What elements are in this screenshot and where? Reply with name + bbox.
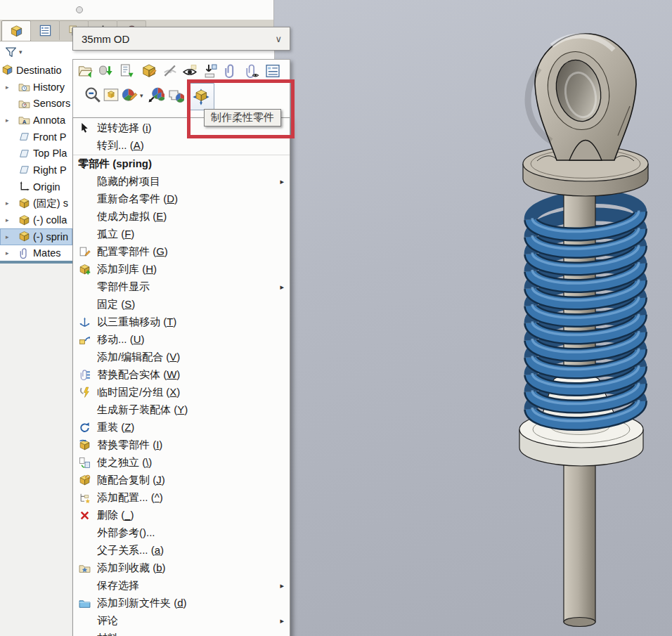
tab-tree-tab[interactable] [1,20,31,41]
appearance-copy-icon[interactable] [167,86,184,103]
menu-item-label: 使之独立 (\) [97,456,152,469]
splitter-handle-dot[interactable] [76,6,83,13]
expand-arrow-icon[interactable]: ▸ [4,233,18,240]
menu-item[interactable]: 添加配置... (^) [73,489,290,507]
expand-arrow-icon[interactable]: ▸ [4,84,18,91]
expand-arrow-icon[interactable]: ▸ [4,216,18,223]
tree-item[interactable]: Top Pla [0,145,72,162]
comp-arrow-icon[interactable] [98,63,113,79]
menu-item[interactable]: 以三重轴移动 (T) [73,313,290,331]
menu-item-label: 添加到新文件夹 (d) [97,597,187,610]
spring-assembly-model[interactable] [485,18,672,636]
tab-props-tab[interactable] [30,20,60,40]
caret-down-icon[interactable]: ▾ [140,92,143,99]
menu-item[interactable]: 添加到收藏 (b) [73,559,290,577]
triad-move-icon [79,316,91,328]
expand-arrow-icon[interactable]: ▸ [4,200,18,207]
tree-item-label: (固定) s [33,197,68,210]
menu-item[interactable]: 临时固定/分组 (X) [73,384,290,401]
submenu-arrow-icon: ▸ [280,283,284,292]
filter-icon[interactable] [4,46,18,58]
menu-item-label: 零部件 (spring) [78,157,152,171]
tree-item[interactable]: Origin [0,179,72,195]
insert-below-icon[interactable] [202,63,218,79]
menu-item[interactable]: 重新命名零件 (D) [73,190,290,208]
props-tab-icon [39,24,52,37]
open-part-icon[interactable] [78,63,93,79]
hide-icon[interactable] [162,63,178,79]
replace-mate-icon [79,369,91,381]
mate-clip-icon[interactable] [223,63,238,79]
view-mates-icon[interactable] [244,63,259,79]
menu-item[interactable]: 配置零部件 (G) [73,243,290,261]
menu-item[interactable]: 移动... (U) [73,331,290,349]
tree-item[interactable]: ▸Mates [0,245,72,262]
tree-item-label: Front P [33,131,67,143]
menu-item[interactable]: 重装 (Z) [73,419,290,436]
menu-item[interactable]: 固定 (S) [73,296,290,313]
tree-item[interactable]: ▸(-) sprin [0,228,72,245]
configuration-dropdown[interactable]: 35mm OD ∨ [72,27,290,51]
appearances-icon[interactable] [148,86,164,103]
menu-item[interactable]: 替换零部件 (I) [73,436,290,454]
menu-item[interactable]: 材料▸ [73,630,290,636]
expand-arrow-icon[interactable]: ▸ [4,249,18,257]
menu-item[interactable]: 删除 (_) [73,507,290,524]
properties-icon[interactable] [265,63,280,79]
tree-filter-row: ▾ [0,42,75,62]
show-icon[interactable] [182,63,198,79]
tree-item[interactable]: Front P [0,129,72,145]
edit-part-icon[interactable] [141,63,157,79]
tree-item[interactable]: Right P [0,162,72,179]
menu-item[interactable]: 孤立 (F) [73,226,290,243]
menu-item[interactable]: 随配合复制 (J) [73,472,290,489]
tree-item[interactable]: ▸(固定) s [0,195,72,212]
menu-icon-spacer [79,281,91,293]
appearance-part-icon[interactable] [103,86,119,103]
configure-icon [79,246,91,258]
menu-item[interactable]: 使成为虚拟 (E) [73,208,290,226]
menu-item[interactable]: 添加到新文件夹 (d) [73,595,290,612]
component-context-menu: 逆转选择 (i)转到... (A)零部件 (spring)隐藏的树项目▸重新命名… [72,117,290,636]
tree-item[interactable]: ▸AAnnota [0,112,72,129]
temp-fix-icon [79,387,91,398]
folder-annotations-icon: A [18,114,30,126]
menu-item[interactable]: 父子关系... (a) [73,542,290,559]
menu-item[interactable]: 生成新子装配体 (Y) [73,401,290,419]
menu-item-label: 逆转选择 (i) [97,122,152,135]
filter-caret-icon[interactable]: ▾ [19,48,22,56]
doc-export-icon[interactable] [119,63,134,79]
menu-item[interactable]: 替换配合实体 (W) [73,366,290,384]
menu-item-label: 转到... (A) [97,139,144,152]
tree-item-label: Right P [33,164,67,176]
chevron-down-icon[interactable]: ∨ [275,34,282,44]
panel-top-strip [0,0,274,20]
menu-item[interactable]: 保存选择▸ [73,577,290,595]
independent-icon [79,457,91,469]
menu-icon-spacer [79,351,91,363]
menu-item-label: 配置零部件 (G) [97,245,168,259]
menu-item[interactable]: 隐藏的树项目▸ [73,173,290,190]
zoom-sel-icon[interactable] [84,86,101,103]
menu-item[interactable]: 添加到库 (H) [73,261,290,278]
tree-item[interactable]: ▸(-) colla [0,212,72,228]
feature-tree: Destinatio▸HistorySensors▸AAnnotaFront P… [0,62,72,261]
tree-item[interactable]: Destinatio [0,62,72,79]
menu-item-label: 隐藏的树项目 [97,175,160,188]
solidworks-assembly-window: { "config_dropdown": { "value": "35mm OD… [0,0,672,636]
menu-item[interactable]: 外部参考()... [73,524,290,542]
expand-arrow-icon[interactable]: ▸ [4,117,18,124]
menu-item[interactable]: 评论▸ [73,612,290,630]
tree-item-label: Sensors [33,98,70,109]
menu-item[interactable]: 使之独立 (\) [73,454,290,472]
menu-item[interactable]: 转到... (A) [73,137,290,155]
menu-item-label: 使成为虚拟 (E) [97,210,167,223]
menu-item-label: 重新命名零件 (D) [97,193,178,206]
menu-item-label: 材料 [97,632,118,636]
menu-icon-spacer [79,632,91,636]
tree-item[interactable]: Sensors [0,95,72,112]
tree-item[interactable]: ▸History [0,79,72,96]
menu-item[interactable]: 添加/编辑配合 (V) [73,349,290,366]
edit-appearance-icon[interactable] [121,86,138,103]
menu-item[interactable]: 零部件显示▸ [73,278,290,296]
